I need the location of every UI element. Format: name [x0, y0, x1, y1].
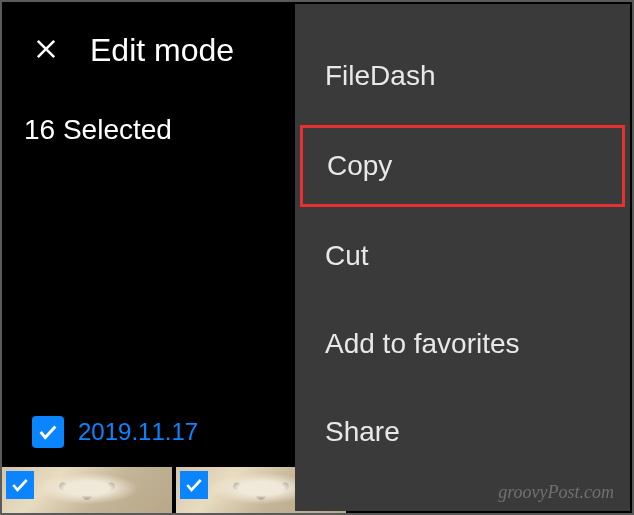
menu-item-copy[interactable]: Copy: [297, 122, 628, 210]
menu-item-add-to-favorites[interactable]: Add to favorites: [295, 300, 630, 388]
thumb-checkbox[interactable]: [180, 471, 208, 499]
date-group-row: 2019.11.17: [32, 416, 198, 448]
menu-item-share[interactable]: Share: [295, 388, 630, 476]
date-label[interactable]: 2019.11.17: [78, 418, 198, 446]
context-menu: FileDash Copy Cut Add to favorites Share: [295, 4, 630, 511]
edit-mode-title: Edit mode: [90, 32, 234, 69]
menu-item-cut[interactable]: Cut: [295, 212, 630, 300]
thumb-checkbox[interactable]: [6, 471, 34, 499]
photo-thumbnail[interactable]: [2, 467, 172, 513]
date-checkbox[interactable]: [32, 416, 64, 448]
menu-item-filedash[interactable]: FileDash: [295, 32, 630, 120]
close-icon[interactable]: [32, 35, 60, 67]
watermark: groovyPost.com: [498, 482, 614, 503]
